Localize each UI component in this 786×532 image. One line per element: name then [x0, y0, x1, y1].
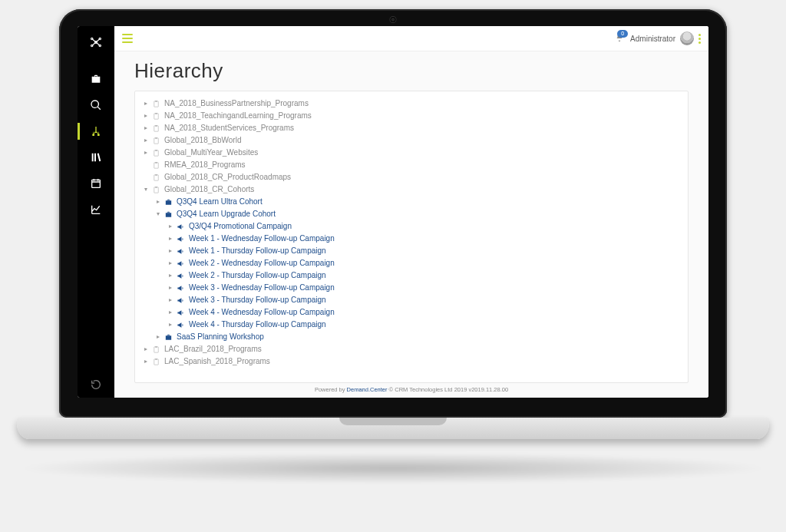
tree-node-label[interactable]: Week 4 - Thursday Follow-up Campaign: [189, 319, 326, 331]
caret-right-icon[interactable]: ▸: [155, 196, 160, 208]
tree-node[interactable]: ▸Week 3 - Wednesday Follow-up Campaign: [167, 282, 680, 294]
tree-node[interactable]: ▸Week 1 - Wednesday Follow-up Campaign: [167, 233, 680, 245]
tree-node[interactable]: ▸Week 2 - Thursday Follow-up Campaign: [167, 269, 680, 282]
tree-node[interactable]: ▸Week 4 - Thursday Follow-up Campaign: [167, 319, 680, 331]
sidebar-item-library[interactable]: [78, 144, 114, 170]
tree-node-label[interactable]: Q3Q4 Learn Upgrade Cohort: [177, 208, 276, 220]
svg-rect-11: [154, 113, 159, 118]
tree-node-label[interactable]: Week 3 - Thursday Follow-up Campaign: [189, 294, 326, 306]
svg-rect-25: [154, 346, 159, 352]
tree-node[interactable]: ▸NA_2018_BusinessPartnership_Programs: [143, 97, 680, 110]
caret-right-icon[interactable]: ▸: [143, 110, 148, 122]
tree-node[interactable]: ▸Week 2 - Wednesday Follow-up Campaign: [167, 257, 680, 269]
sidebar-item-analytics[interactable]: [78, 197, 114, 223]
tree-node[interactable]: ▸NA_2018_TeachingandLearning_Programs: [143, 110, 680, 122]
laptop-shadow: [17, 453, 769, 484]
app-main: 0 Administrator Hierarchy ▸NA_2018_Busin…: [114, 26, 708, 398]
caret-right-icon[interactable]: ▸: [143, 97, 148, 110]
caret-right-icon[interactable]: ▸: [143, 355, 148, 368]
clipboard-icon: [152, 358, 160, 366]
footer-prefix: Powered by: [315, 386, 347, 393]
tree-node[interactable]: ▸Week 3 - Thursday Follow-up Campaign: [167, 294, 680, 306]
tree-node-label[interactable]: Global_2018_BbWorld: [164, 134, 241, 147]
tree-node-label[interactable]: LAC_Brazil_2018_Programs: [164, 343, 262, 355]
tree-node-label[interactable]: Global_2018_CR_Cohorts: [164, 183, 254, 196]
clipboard-icon: [152, 112, 160, 121]
megaphone-icon: [177, 223, 185, 231]
tree-node-label[interactable]: LAC_Spanish_2018_Programs: [164, 355, 270, 368]
tree-node[interactable]: ▸NA_2018_StudentServices_Programs: [143, 122, 680, 134]
caret-right-icon[interactable]: ▸: [143, 343, 148, 355]
tree-node-label[interactable]: Q3/Q4 Promotional Campaign: [189, 220, 292, 233]
caret-right-icon[interactable]: ▸: [167, 245, 173, 257]
tree-node[interactable]: ▸LAC_Brazil_2018_Programs: [143, 343, 680, 355]
caret-right-icon[interactable]: ▸: [167, 269, 173, 282]
svg-rect-27: [154, 359, 159, 364]
more-menu-icon[interactable]: [698, 34, 701, 44]
tree-node[interactable]: ▸Q3/Q4 Promotional Campaign: [167, 220, 680, 233]
caret-right-icon[interactable]: ▸: [155, 331, 160, 343]
caret-down-icon[interactable]: ▾: [155, 208, 160, 220]
briefcase-icon: [164, 333, 173, 342]
avatar[interactable]: [680, 31, 694, 45]
notifications-button[interactable]: 0: [615, 33, 624, 44]
tree-node-label[interactable]: Week 2 - Thursday Follow-up Campaign: [189, 269, 326, 282]
tree-node-label[interactable]: Global_MultiYear_Websites: [164, 147, 258, 159]
svg-rect-23: [154, 187, 159, 192]
caret-right-icon[interactable]: ▸: [167, 306, 173, 319]
sidebar-refresh[interactable]: [78, 372, 114, 398]
sidebar-item-search[interactable]: [78, 92, 114, 118]
tree-node[interactable]: ▸SaaS Planning Workshop: [155, 331, 680, 343]
tree-node-label[interactable]: Week 2 - Wednesday Follow-up Campaign: [189, 257, 335, 269]
tree-node-label[interactable]: RMEA_2018_Programs: [164, 159, 246, 171]
hierarchy-tree[interactable]: ▸NA_2018_BusinessPartnership_Programs▸NA…: [143, 97, 680, 368]
current-user-label[interactable]: Administrator: [630, 35, 675, 43]
svg-rect-21: [154, 174, 159, 180]
caret-right-icon[interactable]: ▸: [143, 134, 148, 147]
tree-node[interactable]: ▾Q3Q4 Learn Upgrade Cohort: [155, 208, 680, 220]
caret-right-icon[interactable]: ▸: [167, 294, 173, 306]
laptop-camera: [391, 17, 396, 22]
caret-right-icon[interactable]: ▸: [167, 282, 173, 294]
tree-node-label[interactable]: NA_2018_StudentServices_Programs: [164, 122, 294, 134]
sidebar-item-briefcase[interactable]: [78, 66, 114, 92]
svg-rect-26: [155, 345, 157, 347]
tree-node-label[interactable]: Week 1 - Wednesday Follow-up Campaign: [189, 233, 335, 245]
footer-link[interactable]: Demand.Center: [347, 386, 388, 393]
megaphone-icon: [177, 247, 185, 256]
tree-node[interactable]: ▸LAC_Spanish_2018_Programs: [143, 355, 680, 368]
megaphone-icon: [177, 235, 185, 243]
tree-node-label[interactable]: NA_2018_TeachingandLearning_Programs: [164, 110, 312, 122]
caret-right-icon[interactable]: ▸: [167, 257, 173, 269]
tree-node[interactable]: ▾Global_2018_CR_Cohorts: [143, 183, 680, 196]
tree-node[interactable]: ▸Week 4 - Wednesday Follow-up Campaign: [167, 306, 680, 319]
sidebar-item-hierarchy[interactable]: [78, 118, 114, 144]
clipboard-icon: [152, 345, 160, 354]
tree-node-label[interactable]: Global_2018_CR_ProductRoadmaps: [164, 171, 291, 183]
tree-node[interactable]: ▸Global_2018_BbWorld: [143, 134, 680, 147]
tree-node-label[interactable]: NA_2018_BusinessPartnership_Programs: [164, 97, 309, 110]
sidebar-item-calendar[interactable]: [78, 170, 114, 197]
page-body: Hierarchy ▸NA_2018_BusinessPartnership_P…: [114, 51, 708, 398]
brand-logo[interactable]: [89, 35, 103, 52]
tree-node[interactable]: ▸Q3Q4 Learn Ultra Cohort: [155, 196, 680, 208]
caret-right-icon[interactable]: ▸: [167, 319, 173, 331]
tree-node[interactable]: ▸RMEA_2018_Programs: [143, 159, 680, 171]
tree-node[interactable]: ▸Global_2018_CR_ProductRoadmaps: [143, 171, 680, 183]
screen-bezel: 0 Administrator Hierarchy ▸NA_2018_Busin…: [59, 9, 727, 418]
tree-node[interactable]: ▸Week 1 - Thursday Follow-up Campaign: [167, 245, 680, 257]
caret-right-icon[interactable]: ▸: [167, 233, 173, 245]
clipboard-icon: [152, 137, 160, 145]
tree-node-label[interactable]: Q3Q4 Learn Ultra Cohort: [177, 196, 263, 208]
megaphone-icon: [177, 321, 185, 329]
caret-down-icon[interactable]: ▾: [143, 183, 148, 196]
tree-node-label[interactable]: Week 4 - Wednesday Follow-up Campaign: [189, 306, 335, 319]
tree-node-label[interactable]: Week 1 - Thursday Follow-up Campaign: [189, 245, 326, 257]
tree-node[interactable]: ▸Global_MultiYear_Websites: [143, 147, 680, 159]
menu-toggle-icon[interactable]: [122, 34, 133, 43]
tree-node-label[interactable]: SaaS Planning Workshop: [177, 331, 264, 343]
caret-right-icon[interactable]: ▸: [143, 122, 148, 134]
caret-right-icon[interactable]: ▸: [167, 220, 173, 233]
caret-right-icon[interactable]: ▸: [143, 147, 148, 159]
tree-node-label[interactable]: Week 3 - Wednesday Follow-up Campaign: [189, 282, 335, 294]
